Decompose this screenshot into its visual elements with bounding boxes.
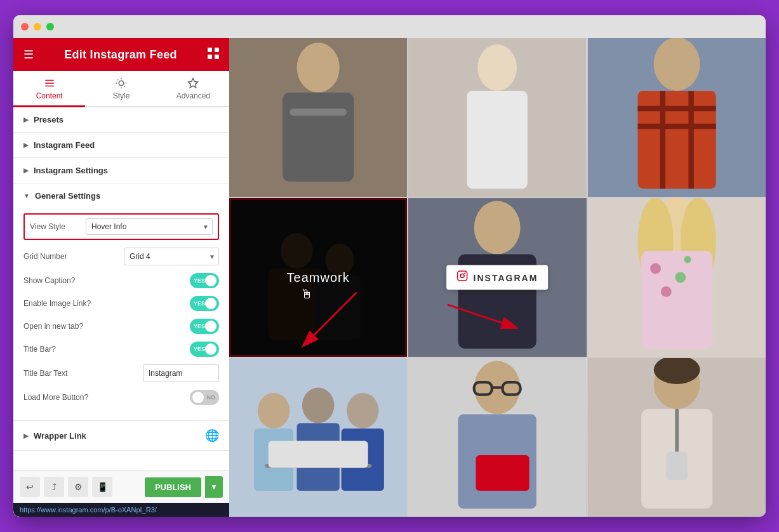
show-caption-label: Show Caption? <box>23 276 185 285</box>
panel-tabs: Content Style <box>13 71 229 107</box>
enable-image-link-label: Enable Image Link? <box>23 299 185 308</box>
enable-image-link-row: Enable Image Link? YES <box>23 296 219 311</box>
svg-line-7 <box>117 79 118 80</box>
tab-style-label: Style <box>113 91 130 100</box>
title-bar-label: Title Bar? <box>23 345 185 354</box>
photo-cell-7 <box>229 358 407 517</box>
instagram-settings-header[interactable]: ▶ Instagram Settings <box>13 158 229 183</box>
general-settings-label: General Settings <box>35 191 100 201</box>
instagram-settings-label: Instagram Settings <box>34 166 108 175</box>
minimize-button[interactable] <box>34 23 41 30</box>
title-bar-yes: YES <box>194 346 205 352</box>
wrapper-link-header[interactable]: ▶ Wrapper Link 🌐 <box>13 421 229 450</box>
svg-rect-17 <box>467 91 528 189</box>
svg-rect-2 <box>208 55 212 59</box>
photo-cell-2 <box>408 38 586 197</box>
svg-point-35 <box>465 272 466 274</box>
photo-cell-8 <box>408 358 586 517</box>
grid-number-select-wrapper: Grid 1 Grid 2 Grid 3 Grid 4 Grid 5 Grid … <box>124 248 219 265</box>
wrapper-link-label: Wrapper Link <box>34 431 200 441</box>
svg-rect-0 <box>208 48 212 52</box>
svg-point-44 <box>684 256 691 263</box>
svg-rect-1 <box>215 48 219 52</box>
title-bar-text-input[interactable] <box>143 364 219 382</box>
instagram-feed-section: ▶ Instagram Feed <box>13 133 229 158</box>
svg-line-8 <box>124 86 125 87</box>
general-settings-arrow: ▼ <box>23 192 30 199</box>
left-panel: ☰ Edit Instagram Feed Co <box>13 38 229 517</box>
open-new-tab-row: Open in new tab? YES <box>23 319 219 334</box>
undo-button[interactable]: ↩ <box>20 477 40 497</box>
load-more-label: Load More Button? <box>23 393 185 402</box>
svg-rect-66 <box>666 451 688 480</box>
svg-rect-20 <box>637 91 716 189</box>
app-window: ☰ Edit Instagram Feed Co <box>13 15 766 517</box>
tab-content[interactable]: Content <box>13 71 85 107</box>
svg-rect-13 <box>283 93 354 182</box>
grid-number-row: Grid Number Grid 1 Grid 2 Grid 3 Grid 4 … <box>23 248 219 265</box>
load-more-no: NO <box>207 394 216 401</box>
tab-style[interactable]: Style <box>85 71 157 107</box>
title-bar-text-row: Title Bar Text <box>23 364 219 382</box>
maximize-button[interactable] <box>46 23 54 30</box>
instagram-feed-arrow: ▶ <box>23 142 29 149</box>
photo-cell-9 <box>588 358 766 517</box>
svg-point-31 <box>474 201 521 254</box>
main-content: ☰ Edit Instagram Feed Co <box>13 38 766 517</box>
instagram-settings-section: ▶ Instagram Settings <box>13 158 229 183</box>
grid-icon[interactable] <box>208 48 219 62</box>
view-style-select[interactable]: Hover Info Grid Masonry Carousel <box>86 218 213 235</box>
svg-point-43 <box>661 286 672 297</box>
presets-header[interactable]: ▶ Presets <box>13 107 229 132</box>
share-button[interactable]: ⤴ <box>44 477 64 497</box>
bottom-bar: ↩ ⤴ ⚙ 📱 PUBLISH ▼ <box>13 470 229 503</box>
svg-point-46 <box>258 393 290 429</box>
svg-point-42 <box>675 272 686 283</box>
hamburger-icon[interactable]: ☰ <box>23 48 34 62</box>
view-style-row: View Style Hover Info Grid Masonry Carou… <box>23 213 219 240</box>
general-settings-section: ▼ General Settings View Style Hover Info… <box>13 183 229 421</box>
responsive-button[interactable]: 📱 <box>92 477 112 497</box>
globe-icon: 🌐 <box>205 429 219 442</box>
instagram-badge-text: INSTAGRAM <box>474 272 538 283</box>
teamwork-text: Teamwork <box>287 270 350 285</box>
tab-advanced[interactable]: Advanced <box>157 71 229 107</box>
settings-button[interactable]: ⚙ <box>68 477 88 497</box>
photo-cell-6 <box>588 198 766 357</box>
svg-point-50 <box>347 393 378 429</box>
panel-title: Edit Instagram Feed <box>64 48 177 62</box>
open-new-tab-yes: YES <box>194 323 205 329</box>
presets-arrow: ▶ <box>23 116 29 123</box>
enable-image-link-yes: YES <box>194 300 205 307</box>
presets-section: ▶ Presets <box>13 107 229 133</box>
svg-rect-53 <box>269 441 368 468</box>
show-caption-row: Show Caption? YES <box>23 273 219 288</box>
instagram-feed-header[interactable]: ▶ Instagram Feed <box>13 133 229 157</box>
svg-point-4 <box>119 81 124 86</box>
instagram-badge-icon <box>457 270 469 285</box>
svg-point-34 <box>461 274 465 278</box>
svg-rect-33 <box>458 271 467 281</box>
svg-rect-3 <box>215 55 219 59</box>
publish-button[interactable]: PUBLISH <box>145 477 201 497</box>
general-settings-header[interactable]: ▼ General Settings <box>13 183 229 208</box>
load-more-row: Load More Button? NO <box>23 390 219 405</box>
enable-image-link-toggle[interactable]: YES <box>190 296 219 311</box>
open-new-tab-toggle[interactable]: YES <box>190 319 219 334</box>
view-style-select-wrapper: Hover Info Grid Masonry Carousel ▼ <box>86 218 213 235</box>
load-more-toggle[interactable]: NO <box>190 390 219 405</box>
view-style-label: View Style <box>30 222 81 231</box>
grid-number-select[interactable]: Grid 1 Grid 2 Grid 3 Grid 4 Grid 5 Grid … <box>124 248 219 265</box>
show-caption-toggle[interactable]: YES <box>190 273 219 288</box>
wrapper-link-arrow: ▶ <box>23 432 29 439</box>
titlebar <box>13 15 766 38</box>
close-button[interactable] <box>21 23 29 30</box>
photo-grid: Teamwork 🖱 <box>229 38 766 517</box>
title-bar-toggle[interactable]: YES <box>190 342 219 357</box>
instagram-settings-arrow: ▶ <box>23 167 29 174</box>
publish-dropdown-button[interactable]: ▼ <box>205 476 223 498</box>
svg-rect-60 <box>476 455 529 491</box>
show-caption-yes: YES <box>194 277 205 284</box>
open-new-tab-label: Open in new tab? <box>23 322 185 331</box>
svg-point-12 <box>297 43 340 92</box>
